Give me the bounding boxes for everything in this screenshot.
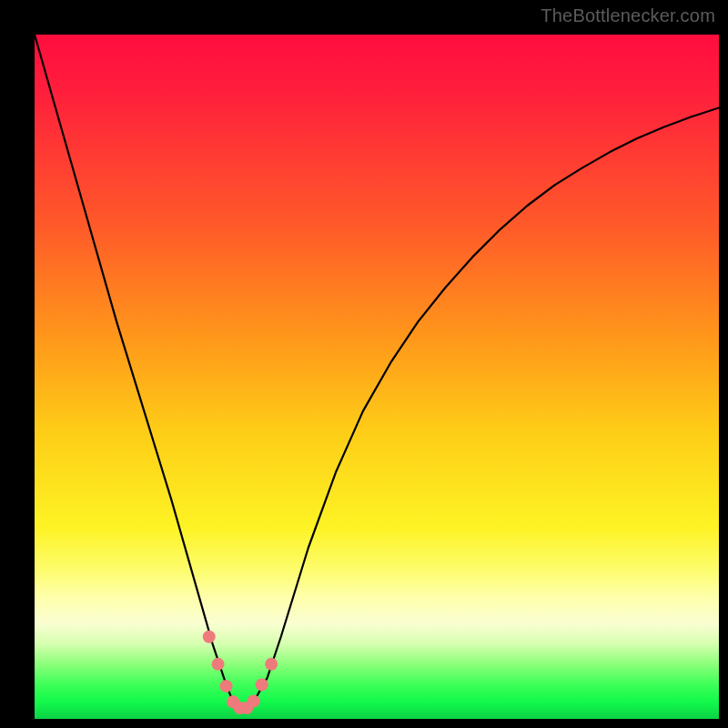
curve-dot — [248, 694, 260, 707]
curve-dot — [265, 658, 278, 671]
curve-dot — [212, 658, 225, 671]
curve-dots — [203, 631, 278, 714]
watermark-label: TheBottlenecker.com — [541, 5, 715, 26]
curve-dot — [256, 678, 268, 691]
curve-dot — [203, 631, 216, 643]
curve-dot — [220, 680, 233, 693]
bottleneck-curve — [35, 35, 719, 709]
plot-area — [35, 35, 719, 719]
chart-container: TheBottlenecker.com — [0, 0, 728, 728]
curve-svg — [35, 35, 719, 719]
